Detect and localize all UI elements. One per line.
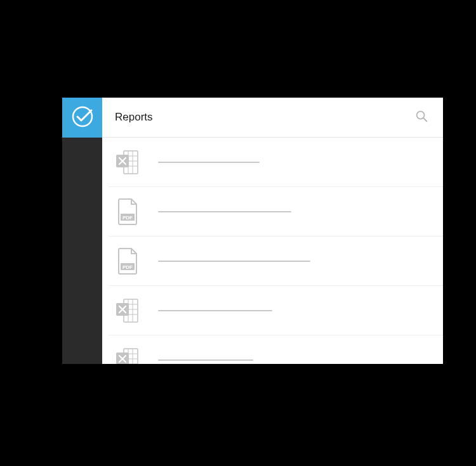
- pdf-file-icon: PDF: [115, 198, 140, 226]
- item-title-placeholder: [158, 359, 253, 361]
- item-title-placeholder: [158, 310, 272, 311]
- search-button[interactable]: [413, 108, 430, 126]
- list-item[interactable]: PDF: [109, 236, 443, 286]
- report-list: PDF PDF: [102, 138, 443, 364]
- svg-text:PDF: PDF: [122, 214, 133, 220]
- sidebar: [62, 98, 102, 364]
- app-window: Reports: [62, 98, 443, 364]
- item-title-placeholder: [158, 162, 260, 163]
- excel-file-icon: [115, 297, 140, 325]
- check-circle-icon: [70, 104, 95, 132]
- excel-file-icon: [115, 148, 140, 176]
- list-item[interactable]: [109, 335, 443, 364]
- pdf-file-icon: PDF: [115, 247, 140, 275]
- header: Reports: [102, 98, 443, 138]
- search-icon: [414, 109, 428, 126]
- list-item[interactable]: [109, 138, 443, 187]
- logo-tile[interactable]: [62, 98, 102, 138]
- svg-point-0: [73, 107, 92, 126]
- item-title-placeholder: [158, 211, 291, 212]
- list-item[interactable]: PDF: [109, 187, 443, 236]
- svg-line-2: [423, 118, 426, 121]
- page-title: Reports: [115, 111, 413, 124]
- svg-text:PDF: PDF: [122, 264, 133, 269]
- main-panel: Reports: [102, 98, 443, 364]
- excel-file-icon: [115, 346, 140, 365]
- list-item[interactable]: [109, 286, 443, 335]
- item-title-placeholder: [158, 261, 310, 262]
